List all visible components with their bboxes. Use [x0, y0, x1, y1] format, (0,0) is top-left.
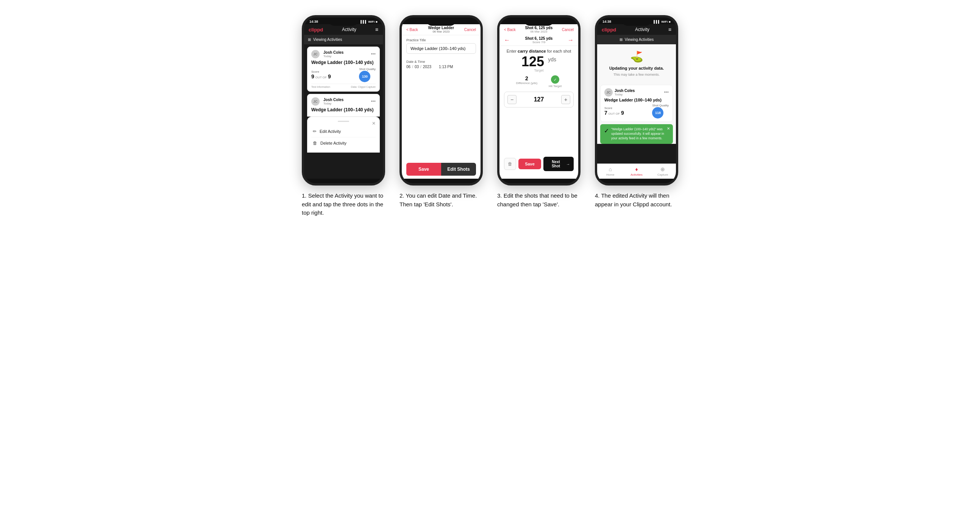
- p4-menu-icon[interactable]: ≡: [668, 27, 671, 33]
- p1-shots-val: 9: [328, 73, 331, 79]
- p4-score-label: Score: [605, 106, 624, 110]
- p1-dots-1[interactable]: •••: [371, 51, 375, 57]
- p3-header-date: 06 Mar 2023: [525, 30, 552, 33]
- phone-1-screen: clippd Activity ≡ ⊞ Viewing Activities J…: [304, 24, 383, 179]
- p4-viewing-bar: ⊞ Viewing Activities: [597, 35, 676, 44]
- capture-icon: ⊕: [660, 166, 665, 172]
- p2-buttons: Save Edit Shots: [406, 163, 476, 176]
- p4-user-name: Josh Coles: [614, 89, 635, 93]
- p4-dots[interactable]: •••: [664, 90, 669, 95]
- p1-menu-icon[interactable]: ≡: [375, 27, 378, 33]
- p4-viewing-label: Viewing Activities: [625, 38, 654, 42]
- p1-edit-activity-item[interactable]: ✏ Edit Activity: [311, 126, 375, 137]
- battery-icon-3: ■: [571, 20, 573, 24]
- p1-drawer: ✕ ✏ Edit Activity 🗑 Delete Activity: [307, 117, 380, 152]
- home-icon: ⌂: [609, 166, 612, 172]
- p1-out-of: OUT OF: [315, 76, 327, 79]
- p2-month: 03: [415, 65, 419, 69]
- p4-out-of: OUT OF: [609, 112, 620, 116]
- p3-next-button[interactable]: Next Shot →: [543, 157, 574, 171]
- p2-cancel-btn[interactable]: Cancel: [464, 28, 476, 32]
- p1-user-date-1: Today: [323, 54, 344, 58]
- p4-shots-val: 9: [621, 110, 624, 116]
- p3-hit-label: Hit Target: [549, 84, 562, 88]
- p3-input-row: − 127 +: [504, 92, 574, 108]
- p1-dots-2[interactable]: •••: [371, 99, 375, 104]
- p3-stats-row: 2 Difference (yds) ✓ Hit Target: [500, 75, 578, 88]
- p4-nav-activities[interactable]: ♦ Activities: [623, 166, 649, 176]
- p4-success-toast: ✓ "Wedge Ladder (100–140 yds)" was updat…: [600, 124, 673, 144]
- p4-quality-label: Shot Quality: [652, 104, 669, 107]
- status-time-3: 14:39: [505, 20, 514, 24]
- p4-nav-capture[interactable]: ⊕ Capture: [650, 166, 676, 176]
- p3-cancel-btn[interactable]: Cancel: [562, 28, 574, 32]
- phone-4-col: 14:38 ▌▌▌ WiFi ■ clippd Activity ≡ ⊞ Vie…: [593, 15, 680, 209]
- p1-drawer-handle: [338, 121, 349, 122]
- p2-practice-title-input[interactable]: Wedge Ladder (100–140 yds): [406, 43, 476, 54]
- caption-4: 4. The edited Activity will then appear …: [595, 192, 678, 209]
- p2-time-input[interactable]: 1:13 PM: [439, 65, 453, 69]
- p3-bottom-row: 🗑 Save Next Shot →: [500, 157, 578, 171]
- p2-back-btn[interactable]: < Back: [406, 28, 418, 32]
- p4-toast-close[interactable]: ✕: [667, 127, 670, 131]
- p4-nav-home[interactable]: ⌂ Home: [597, 166, 623, 176]
- wifi-icon-2: WiFi: [466, 20, 472, 24]
- phones-row: 14:38 ▌▌▌ WiFi ■ clippd Activity ≡ ⊞ Vie…: [300, 15, 680, 217]
- p1-delete-activity-item[interactable]: 🗑 Delete Activity: [311, 137, 375, 149]
- activities-icon: ♦: [635, 166, 638, 172]
- p3-diff-stat: 2 Difference (yds): [516, 75, 537, 88]
- p1-header: clippd Activity ≡: [304, 24, 383, 35]
- p3-carry-label: Enter carry distance for each shot: [500, 49, 578, 53]
- p1-viewing-label: Viewing Activities: [313, 38, 342, 42]
- wifi-icon-3: WiFi: [563, 20, 570, 24]
- p4-quality-badge: 118: [652, 107, 663, 119]
- p1-stats-1: Score 9 OUT OF 9 Shot Quality 130: [311, 67, 375, 82]
- p4-user-info: Josh Coles Today: [614, 89, 635, 96]
- p3-next-arrow[interactable]: →: [568, 37, 574, 44]
- wifi-icon-1: WiFi: [368, 20, 374, 24]
- filter-icon-1: ⊞: [308, 38, 311, 42]
- p3-minus-btn[interactable]: −: [508, 95, 517, 104]
- p1-quality-block: Shot Quality 130: [359, 67, 375, 82]
- p3-score-sub: Score 7/9: [525, 41, 553, 44]
- p3-diff-label: Difference (yds): [516, 81, 537, 85]
- p2-save-button[interactable]: Save: [406, 163, 441, 176]
- p3-score-display: Shot 6, 125 yds Score 7/9: [525, 37, 553, 44]
- p3-input-value[interactable]: 127: [520, 96, 557, 103]
- status-time-1: 14:38: [309, 20, 318, 24]
- carry-bold: carry distance: [518, 49, 546, 53]
- signal-icon-2: ▌▌▌: [458, 20, 465, 24]
- p3-save-button[interactable]: Save: [519, 159, 541, 169]
- p3-plus-btn[interactable]: +: [561, 95, 570, 104]
- p4-stats: Score 7 OUT OF 9 Shot Quality 118: [605, 104, 669, 119]
- p4-card: JC Josh Coles Today ••• Wedge Ladder (10…: [600, 85, 673, 122]
- p4-card-title: Wedge Ladder (100–140 yds): [605, 98, 669, 102]
- filter-icon-4: ⊞: [619, 38, 622, 42]
- status-icons-1: ▌▌▌ WiFi ■: [361, 20, 377, 24]
- p3-next-label: Next Shot: [547, 160, 565, 168]
- phone-3-screen: < Back Shot 6, 125 yds 06 Mar 2023 Cance…: [500, 24, 578, 179]
- p1-card-1: JC Josh Coles Today ••• Wedge Ladder (10…: [307, 46, 380, 92]
- phone-2-col: 14:38 ▌▌▌ WiFi ■ < Back Wedge Ladder 06 …: [398, 15, 485, 209]
- p4-title: Activity: [635, 27, 649, 32]
- p3-trash-btn[interactable]: 🗑: [504, 158, 516, 170]
- p4-score-val: 7: [605, 110, 608, 116]
- p1-card-2: JC Josh Coles Today ••• Wedge Ladder (10…: [307, 94, 380, 117]
- p4-nav-home-label: Home: [606, 173, 614, 176]
- p4-content-area: ⛳ Updating your activity data. This may …: [597, 44, 676, 144]
- p1-edit-label: Edit Activity: [320, 129, 341, 133]
- phone-4-frame: 14:38 ▌▌▌ WiFi ■ clippd Activity ≡ ⊞ Vie…: [595, 15, 678, 186]
- signal-icon-3: ▌▌▌: [556, 20, 562, 24]
- p1-user-info-2: Josh Coles Today: [323, 98, 344, 105]
- caption-1: 1. Select the Activity you want to edit …: [302, 192, 385, 217]
- p3-prev-arrow[interactable]: ←: [504, 37, 510, 44]
- p1-drawer-close[interactable]: ✕: [372, 121, 375, 126]
- p2-date-input[interactable]: 06 / 03 / 2023: [406, 65, 431, 69]
- p1-user-info-1: Josh Coles Today: [323, 50, 344, 58]
- p3-back-btn[interactable]: < Back: [504, 28, 516, 32]
- p2-date-time-row: 06 / 03 / 2023 1:13 PM: [406, 65, 476, 69]
- p4-update-title: Updating your activity data.: [609, 66, 664, 70]
- p2-edit-shots-button[interactable]: Edit Shots: [441, 163, 476, 176]
- p2-day: 06: [406, 65, 410, 69]
- p2-ladder-title: Wedge Ladder: [428, 26, 454, 30]
